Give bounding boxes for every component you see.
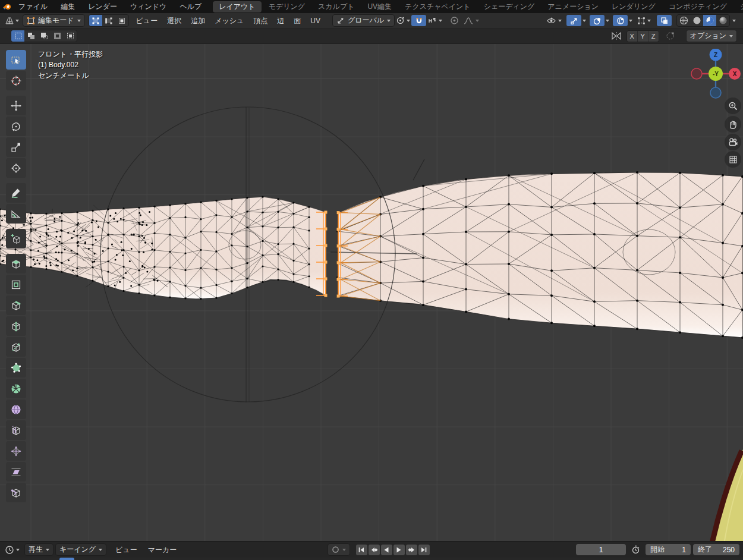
show-object-types-dropdown[interactable] — [545, 15, 563, 26]
tool-move[interactable] — [6, 96, 26, 115]
select-intersect-button[interactable] — [64, 30, 77, 42]
edge-select-mode-button[interactable] — [102, 15, 115, 26]
viewport-menu-1[interactable]: 選択 — [162, 13, 186, 29]
show-gizmos-toggle[interactable] — [566, 15, 581, 26]
tool-edge-slide[interactable] — [6, 420, 26, 440]
viewport-menu-7[interactable]: UV — [306, 13, 325, 29]
topbar-menu-0[interactable]: ファイル — [12, 0, 54, 13]
workspace-tab-2[interactable]: スカルプト — [312, 1, 360, 12]
proportional-falloff-dropdown[interactable] — [462, 15, 480, 26]
tool-bevel[interactable] — [6, 295, 26, 315]
vertex-select-mode-button[interactable] — [89, 15, 102, 26]
select-new-button[interactable] — [11, 30, 24, 42]
workspace-tab-8[interactable]: コンポジティング — [663, 1, 733, 12]
viewport-menu-2[interactable]: 追加 — [186, 13, 210, 29]
play-button[interactable] — [393, 545, 405, 555]
play-reverse-button[interactable] — [381, 545, 392, 555]
pan-button[interactable] — [725, 116, 741, 133]
chevron-down-icon[interactable] — [732, 20, 736, 22]
select-invert-button[interactable] — [51, 30, 64, 42]
mesh-overlay-toggle[interactable] — [613, 15, 628, 26]
tool-inset-faces[interactable] — [6, 275, 26, 294]
face-select-mode-button[interactable] — [115, 15, 128, 26]
options-dropdown[interactable]: オプション — [686, 30, 737, 42]
prev-keyframe-button[interactable] — [369, 545, 380, 555]
tool-spin[interactable] — [6, 379, 26, 398]
workspace-tab-6[interactable]: アニメーション — [541, 1, 605, 12]
timeline-playhead[interactable] — [59, 558, 74, 560]
shading-material-button[interactable] — [703, 15, 716, 26]
tool-scale[interactable] — [6, 137, 26, 157]
current-frame-field[interactable]: 1 — [576, 544, 626, 555]
chevron-down-icon[interactable] — [606, 20, 609, 22]
keying-dropdown[interactable]: キーイング — [55, 543, 106, 556]
timeline-menu-1[interactable]: マーカー — [143, 542, 182, 558]
navigation-gizmo[interactable]: Z X -Y — [691, 49, 741, 99]
dashed-circle-icon[interactable] — [663, 30, 678, 42]
editor-type-button[interactable] — [4, 15, 20, 26]
gizmo-neg-x[interactable] — [691, 68, 702, 79]
tool-cursor[interactable] — [6, 71, 26, 90]
use-preview-range-button[interactable] — [628, 544, 643, 555]
jump-to-start-button[interactable] — [356, 545, 367, 555]
workspace-tab-4[interactable]: テクスチャペイント — [399, 1, 477, 12]
playback-dropdown[interactable]: 再生 — [24, 543, 53, 556]
auto-key-toggle[interactable] — [328, 543, 350, 556]
viewport-menu-0[interactable]: ビュー — [131, 13, 163, 29]
timeline-menu-0[interactable]: ビュー — [110, 542, 143, 558]
viewport-menu-5[interactable]: 辺 — [272, 13, 289, 29]
viewport-menu-6[interactable]: 面 — [289, 13, 306, 29]
xray-toggle[interactable] — [657, 15, 672, 26]
tool-select-box[interactable] — [6, 50, 26, 70]
next-keyframe-button[interactable] — [406, 545, 417, 555]
frame-start-field[interactable]: 開始 1 — [646, 544, 691, 555]
snap-toggle[interactable] — [411, 15, 426, 26]
workspace-tab-9[interactable]: ジオメトリノード — [734, 1, 743, 12]
topbar-menu-2[interactable]: レンダー — [81, 0, 124, 13]
tool-extrude-region[interactable] — [6, 254, 26, 273]
snap-target-dropdown[interactable] — [426, 15, 443, 26]
workspace-tab-5[interactable]: シェーディング — [478, 1, 541, 12]
zoom-button[interactable] — [725, 97, 741, 114]
mirror-x-toggle[interactable]: X — [627, 31, 637, 42]
workspace-tab-7[interactable]: レンダリング — [606, 1, 662, 12]
tool-shear[interactable] — [6, 462, 26, 482]
workspace-tab-3[interactable]: UV編集 — [361, 1, 398, 12]
topbar-menu-3[interactable]: ウィンドウ — [124, 0, 173, 13]
viewport-canvas[interactable] — [0, 44, 743, 541]
timeline-editor-type-button[interactable] — [4, 544, 21, 555]
tool-rotate[interactable] — [6, 117, 26, 136]
gizmo-extras-dropdown[interactable] — [636, 15, 652, 26]
workspace-tab-0[interactable]: レイアウト — [213, 1, 261, 12]
tool-measure[interactable] — [6, 204, 26, 224]
chevron-down-icon[interactable] — [629, 20, 632, 22]
chevron-down-icon[interactable] — [583, 20, 586, 22]
mode-dropdown[interactable]: 編集モード — [23, 14, 85, 27]
jump-to-end-button[interactable] — [418, 545, 430, 555]
topbar-menu-1[interactable]: 編集 — [54, 0, 81, 13]
tool-knife[interactable] — [6, 337, 26, 357]
topbar-menu-4[interactable]: ヘルプ — [173, 0, 208, 13]
tool-add-cube[interactable] — [6, 229, 26, 248]
frame-end-field[interactable]: 終了 250 — [693, 544, 739, 555]
gizmo-neg-z[interactable] — [710, 87, 721, 98]
shading-wireframe-button[interactable] — [677, 15, 690, 26]
shading-solid-button[interactable] — [690, 15, 703, 26]
tool-smooth[interactable] — [6, 399, 26, 419]
tool-annotate[interactable] — [6, 183, 26, 203]
proportional-editing-toggle[interactable] — [447, 15, 462, 26]
mirror-z-toggle[interactable]: Z — [648, 31, 659, 42]
blender-logo-icon[interactable] — [2, 0, 12, 13]
pivot-point-dropdown[interactable] — [395, 15, 411, 26]
transform-orientation-dropdown[interactable]: グローバル — [332, 14, 395, 27]
viewport-3d[interactable]: フロント・平行投影 (1) Body.002 センチメートル Z X -Y — [0, 44, 743, 541]
tool-poly-build[interactable] — [6, 358, 26, 377]
viewport-menu-4[interactable]: 頂点 — [248, 13, 272, 29]
viewport-menu-3[interactable]: メッシュ — [210, 13, 248, 29]
tool-loop-cut[interactable] — [6, 316, 26, 336]
tool-rip-region[interactable] — [6, 483, 26, 502]
tool-shrink-fatten[interactable] — [6, 441, 26, 461]
tool-transform[interactable] — [6, 158, 26, 178]
ortho-toggle-button[interactable] — [725, 151, 741, 168]
shading-rendered-button[interactable] — [716, 15, 729, 26]
